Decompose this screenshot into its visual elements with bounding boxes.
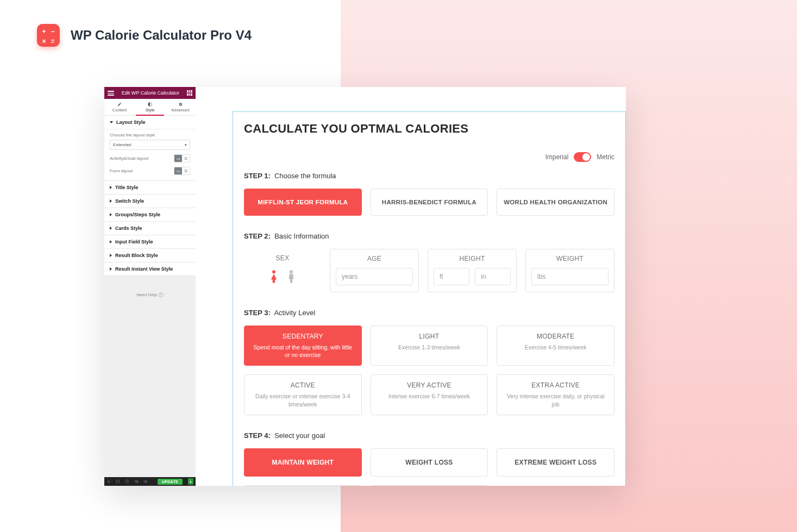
tab-content[interactable]: Content (104, 99, 135, 115)
widgets-grid-icon[interactable] (187, 90, 192, 96)
section-input-field-head[interactable]: Input Field Style (104, 235, 196, 248)
need-help[interactable]: Need Help ? (104, 276, 196, 477)
editor-preview-frame: Edit WP Calorie Calculator Content Style… (104, 87, 626, 486)
app-header: +−×= WP Calorie Calculator Pro V4 (37, 24, 252, 47)
age-input[interactable]: years (336, 268, 413, 285)
section-cards-style: Cards Style (104, 222, 196, 235)
editor-footer: UPDATE ▴ (104, 477, 196, 486)
editor-topbar: Edit WP Calorie Calculator (104, 87, 196, 99)
section-title-style-head[interactable]: Title Style (104, 181, 196, 194)
height-ft-input[interactable]: ft (434, 268, 469, 285)
help-icon: ? (159, 292, 164, 297)
height-in-input[interactable]: in (475, 268, 511, 285)
weight-card: WEIGHT lbs (525, 249, 614, 292)
gear-icon (178, 102, 183, 107)
goal-extreme-loss[interactable]: EXTREME WEIGHT LOSS (497, 448, 614, 477)
activity-extra-active[interactable]: EXTRA ACTIVEVery intense exercise daily,… (497, 374, 614, 415)
section-result-instant-style: Result Instant View Style (104, 262, 196, 276)
svg-point-7 (290, 270, 293, 273)
activity-light[interactable]: LIGHTExercise 1-3 times/week (371, 326, 488, 366)
calculator-title: CALCULATE YOU OPTMAL CALORIES (244, 122, 614, 136)
section-cards-style-head[interactable]: Cards Style (104, 222, 196, 235)
update-button[interactable]: UPDATE (158, 479, 183, 485)
chevron-down-icon: ▾ (185, 143, 187, 147)
section-switch-style-head[interactable]: Switch Style (104, 195, 196, 208)
layout-style-select[interactable]: Extended ▾ (110, 140, 190, 150)
editor-tabs: Content Style Advanced (104, 99, 196, 116)
section-result-block-style: Result Block Style (104, 249, 196, 262)
sex-card: SEX (244, 249, 321, 292)
goal-fast-gain[interactable]: FAST WEIGHT GAIN (371, 485, 488, 486)
activity-sedentary[interactable]: SEDENTARYSpend most of the day sitting, … (244, 326, 362, 366)
male-icon[interactable] (286, 270, 296, 285)
height-card: HEIGHT ft in (428, 249, 517, 292)
app-title: WP Calorie Calculator Pro V4 (71, 28, 252, 43)
svg-point-5 (145, 481, 146, 482)
section-result-instant-head[interactable]: Result Instant View Style (104, 262, 196, 276)
svg-point-1 (108, 481, 109, 482)
tab-style[interactable]: Style (135, 99, 165, 115)
form-layout-seg[interactable]: ▭☰ (174, 167, 190, 175)
formula-mifflin[interactable]: MIFFLIN-ST JEOR FORMULA (244, 189, 362, 216)
choose-layout-label: Choose the layout style (110, 133, 190, 137)
activity-very-active[interactable]: VERY ACTIVEIntense exercise 6-7 times/we… (371, 374, 488, 415)
history-icon[interactable] (125, 479, 129, 484)
step1-label: STEP 1: Choose the formula (244, 172, 614, 180)
settings-icon[interactable] (106, 479, 111, 484)
section-switch-style: Switch Style (104, 195, 196, 208)
section-result-block-head[interactable]: Result Block Style (104, 249, 196, 262)
pencil-icon (117, 102, 122, 107)
tab-advanced[interactable]: Advanced (165, 99, 196, 115)
elementor-sidebar: Edit WP Calorie Calculator Content Style… (104, 87, 196, 486)
step2-label: STEP 2: Basic Information (244, 232, 614, 240)
activity-moderate[interactable]: MODERATEExercise 4-5 times/week (497, 326, 614, 366)
unit-imperial-label: Imperial (545, 153, 569, 161)
unit-toggle-row: Imperial Metric (244, 152, 614, 162)
unit-toggle[interactable] (574, 152, 591, 162)
svg-rect-2 (116, 480, 119, 483)
section-groups-steps-head[interactable]: Groups/Steps Style (104, 208, 196, 221)
section-title-style: Title Style (104, 181, 196, 195)
activity-goal-layout-label: Activity&Goal layout (110, 156, 148, 161)
section-layout-style-head[interactable]: Layout Style (104, 116, 196, 129)
activity-goal-layout-seg[interactable]: ▭☰ (174, 154, 190, 162)
activity-active[interactable]: ACTIVEDaily exercise or intense exercise… (244, 374, 362, 415)
responsive-icon[interactable] (134, 479, 139, 484)
female-icon[interactable] (269, 270, 279, 285)
section-input-field-style: Input Field Style (104, 235, 196, 249)
preview-icon[interactable] (143, 479, 148, 484)
section-layout-style: Layout Style Choose the layout style Ext… (104, 116, 196, 181)
menu-icon[interactable] (108, 90, 114, 96)
section-groups-steps-style: Groups/Steps Style (104, 208, 196, 222)
goal-gain[interactable]: WEIGHT GAIN (244, 485, 362, 486)
preview-pane: CALCULATE YOU OPTMAL CALORIES Imperial M… (196, 87, 626, 486)
weight-input[interactable]: lbs (531, 268, 608, 285)
editor-top-title: Edit WP Calorie Calculator (122, 90, 179, 96)
calculator-widget: CALCULATE YOU OPTMAL CALORIES Imperial M… (233, 111, 626, 486)
svg-point-6 (272, 270, 275, 273)
goal-maintain[interactable]: MAINTAIN WEIGHT (244, 448, 362, 477)
step4-label: STEP 4: Select your goal (244, 431, 614, 440)
formula-who[interactable]: WORLD HEALTH ORGANIZATION (497, 189, 614, 216)
form-layout-label: Form layout (110, 168, 133, 173)
step3-label: STEP 3: Activity Level (244, 309, 614, 317)
app-logo-icon: +−×= (37, 24, 60, 47)
formula-harris[interactable]: HARRIS-BENEDICT FORMULA (371, 189, 488, 216)
navigator-icon[interactable] (116, 479, 120, 484)
unit-metric-label: Metric (597, 153, 614, 161)
age-card: AGE years (330, 249, 419, 292)
update-options-button[interactable]: ▴ (188, 478, 193, 485)
contrast-icon (148, 102, 152, 107)
goal-loss[interactable]: WEIGHT LOSS (371, 448, 488, 477)
